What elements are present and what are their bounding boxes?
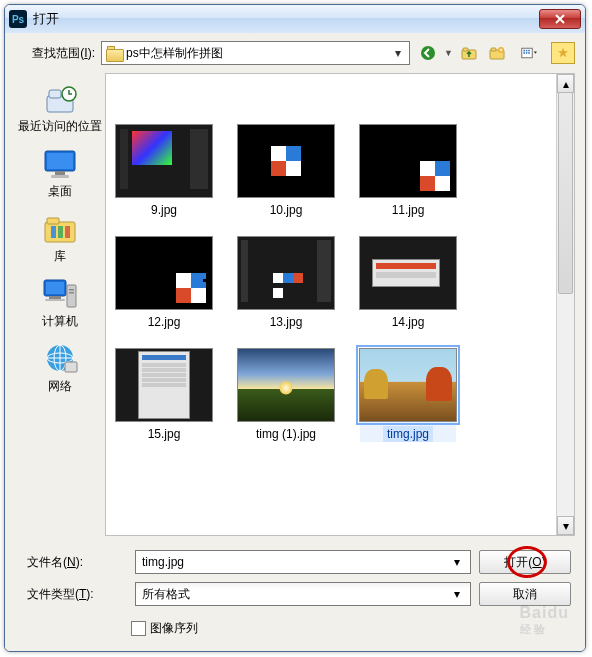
cancel-button[interactable]: 取消 (479, 582, 571, 606)
svg-rect-17 (47, 153, 73, 169)
chevron-down-icon: ▾ (391, 46, 405, 60)
place-libraries[interactable]: 库 (17, 207, 103, 272)
look-in-label: 查找范围(I): (15, 45, 95, 62)
svg-rect-8 (526, 50, 528, 52)
chevron-down-icon[interactable]: ▾ (450, 555, 464, 569)
place-recent[interactable]: 最近访问的位置 (17, 77, 103, 142)
place-desktop[interactable]: 桌面 (17, 142, 103, 207)
look-in-combo[interactable]: ps中怎样制作拼图 ▾ (101, 41, 410, 65)
thumbnail-image (115, 236, 213, 310)
file-name-label: 11.jpg (388, 202, 429, 218)
svg-rect-28 (69, 289, 74, 291)
scrollbar-thumb[interactable] (558, 92, 573, 294)
back-icon (420, 45, 436, 61)
thumbnail-image (359, 124, 457, 198)
look-in-value: ps中怎样制作拼图 (126, 45, 387, 62)
file-name-label: 9.jpg (147, 202, 181, 218)
nav-toolbar: ▼ (416, 41, 545, 65)
filename-input[interactable]: timg.jpg ▾ (135, 550, 471, 574)
svg-rect-21 (47, 218, 59, 224)
svg-rect-26 (46, 282, 64, 294)
svg-rect-27 (67, 285, 76, 307)
svg-rect-22 (51, 226, 56, 238)
favorites-button[interactable] (551, 42, 575, 64)
svg-rect-14 (49, 90, 61, 98)
bottom-controls: 文件名(N): timg.jpg ▾ 打开(O) 文件类型(T): (15, 536, 575, 641)
file-thumb[interactable]: 9.jpg (116, 124, 212, 218)
recent-icon (41, 82, 79, 116)
photoshop-icon: Ps (9, 10, 27, 28)
svg-rect-23 (58, 226, 63, 238)
file-thumb[interactable]: 11.jpg (360, 124, 456, 218)
star-icon (557, 47, 569, 59)
svg-point-0 (421, 46, 435, 60)
file-list[interactable]: 9.jpg10.jpg11.jpg12.jpg13.jpg14.jpg15.jp… (106, 74, 556, 535)
close-button[interactable] (539, 9, 581, 29)
libraries-icon (41, 212, 79, 246)
svg-rect-7 (523, 50, 525, 52)
close-icon (554, 13, 566, 25)
thumbnail-image (359, 348, 457, 422)
scroll-down-button[interactable]: ▾ (557, 516, 574, 535)
svg-rect-2 (463, 48, 468, 51)
filetype-row: 文件类型(T): 所有格式 ▾ 取消 (19, 582, 571, 606)
back-dropdown-icon[interactable]: ▼ (444, 48, 453, 58)
file-name-label: timg.jpg (383, 426, 433, 442)
scroll-up-button[interactable]: ▴ (557, 74, 574, 93)
file-thumb[interactable]: 14.jpg (360, 236, 456, 330)
image-sequence-label: 图像序列 (150, 620, 198, 637)
svg-rect-18 (55, 171, 65, 175)
image-sequence-checkbox[interactable] (131, 621, 146, 636)
thumbnail-image (237, 236, 335, 310)
view-menu-button[interactable] (513, 41, 545, 65)
folder-icon (106, 46, 122, 60)
file-name-label: 10.jpg (266, 202, 307, 218)
file-name-label: 13.jpg (266, 314, 307, 330)
desktop-icon (41, 147, 79, 181)
file-name-label: timg (1).jpg (252, 426, 320, 442)
file-name-label: 15.jpg (144, 426, 185, 442)
file-thumb[interactable]: 12.jpg (116, 236, 212, 330)
svg-rect-11 (526, 52, 528, 54)
chevron-down-icon[interactable]: ▾ (450, 587, 464, 601)
svg-rect-10 (523, 52, 525, 54)
vertical-scrollbar[interactable]: ▴ ▾ (556, 74, 574, 535)
thumbnail-image (237, 348, 335, 422)
open-button[interactable]: 打开(O) (479, 550, 571, 574)
titlebar[interactable]: Ps 打开 (5, 5, 585, 33)
svg-rect-4 (491, 48, 496, 51)
svg-rect-35 (65, 362, 77, 372)
place-network[interactable]: 网络 (17, 337, 103, 402)
file-thumb[interactable]: 15.jpg (116, 348, 212, 442)
filename-label: 文件名(N): (19, 554, 127, 571)
window-title: 打开 (33, 10, 539, 28)
places-bar: 最近访问的位置 桌面 库 (15, 73, 105, 536)
thumbnail-image (237, 124, 335, 198)
new-folder-button[interactable] (485, 41, 509, 65)
file-name-label: 12.jpg (144, 314, 185, 330)
file-name-label: 14.jpg (388, 314, 429, 330)
folder-up-icon (461, 45, 477, 61)
open-dialog-window: Ps 打开 查找范围(I): ps中怎样制作拼图 ▾ ▼ (4, 4, 586, 652)
back-button[interactable] (416, 41, 440, 65)
computer-icon (41, 277, 79, 311)
thumbnail-image (359, 236, 457, 310)
look-in-row: 查找范围(I): ps中怎样制作拼图 ▾ ▼ (15, 41, 575, 65)
thumbnail-image (115, 124, 213, 198)
file-thumb[interactable]: 13.jpg (238, 236, 334, 330)
svg-rect-30 (49, 296, 61, 299)
place-computer[interactable]: 计算机 (17, 272, 103, 337)
svg-rect-24 (65, 226, 70, 238)
filetype-combo[interactable]: 所有格式 ▾ (135, 582, 471, 606)
up-button[interactable] (457, 41, 481, 65)
file-list-panel: 9.jpg10.jpg11.jpg12.jpg13.jpg14.jpg15.jp… (105, 73, 575, 536)
svg-rect-12 (528, 52, 530, 54)
thumbnail-image (115, 348, 213, 422)
filename-row: 文件名(N): timg.jpg ▾ 打开(O) (19, 550, 571, 574)
file-thumb[interactable]: 10.jpg (238, 124, 334, 218)
svg-rect-29 (69, 292, 74, 294)
image-sequence-row: 图像序列 (19, 620, 571, 637)
file-thumb[interactable]: timg.jpg (360, 348, 456, 442)
file-thumb[interactable]: timg (1).jpg (238, 348, 334, 442)
view-grid-icon (521, 45, 537, 61)
